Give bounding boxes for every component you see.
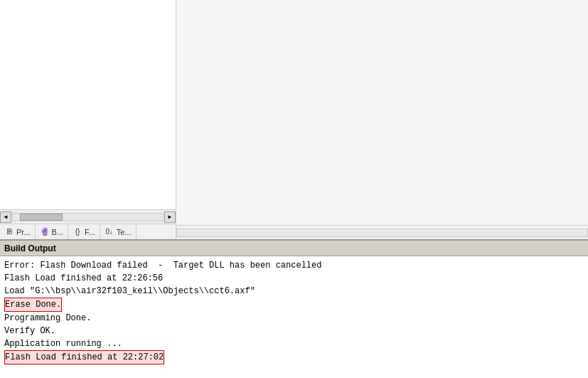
- output-line: Programming Done.: [4, 312, 584, 325]
- tab-bar: 🖹 Pr... 🔮 B... {} F... 0↓ Te...: [0, 224, 176, 239]
- output-line: Application running ...: [4, 337, 584, 350]
- tab-templates[interactable]: 0↓ Te...: [100, 224, 137, 239]
- left-panel: ◀ ▶ 🖹 Pr... 🔮 B... {} F...: [0, 0, 176, 239]
- tab-projects[interactable]: 🖹 Pr...: [0, 224, 36, 239]
- tab-functions-label: F...: [85, 228, 95, 236]
- output-line: Load "G:\\bsp\\air32f103_keil\\Objects\\…: [4, 285, 584, 298]
- right-panel: [176, 0, 588, 239]
- projects-icon: 🖹: [4, 227, 14, 237]
- tab-templates-label: Te...: [117, 228, 132, 236]
- right-scrollbar: [176, 225, 588, 239]
- output-line: Verify OK.: [4, 325, 584, 337]
- scroll-thumb: [20, 214, 63, 221]
- tab-functions[interactable]: {} F...: [68, 224, 100, 239]
- main-container: ◀ ▶ 🖹 Pr... 🔮 B... {} F...: [0, 0, 588, 378]
- output-line: Flash Load finished at 22:26:56: [4, 272, 584, 285]
- output-line: Flash Load finished at 22:27:02: [4, 350, 164, 364]
- build-output-container: Build Output Error: Flash Download faile…: [0, 239, 588, 378]
- templates-icon: 0↓: [105, 227, 114, 237]
- editor-area: ◀ ▶ 🖹 Pr... 🔮 B... {} F...: [0, 0, 588, 239]
- tab-books-label: B...: [52, 228, 64, 236]
- scroll-left-button[interactable]: ◀: [0, 211, 11, 223]
- output-line: Erase Done.: [4, 298, 62, 312]
- build-output-header: Build Output: [0, 241, 588, 256]
- left-scrollbar: ◀ ▶: [0, 209, 176, 224]
- functions-icon: {}: [73, 227, 82, 237]
- tab-books[interactable]: 🔮 B...: [36, 224, 69, 239]
- left-panel-content: [0, 0, 176, 209]
- build-output-content: Error: Flash Download failed - Target DL…: [0, 256, 588, 378]
- right-scroll-track[interactable]: [176, 229, 588, 237]
- build-output-title: Build Output: [4, 243, 56, 253]
- tab-projects-label: Pr...: [16, 228, 31, 236]
- output-line: Error: Flash Download failed - Target DL…: [4, 259, 584, 272]
- right-panel-content: [176, 0, 588, 225]
- scroll-track[interactable]: [12, 213, 164, 221]
- scroll-right-button[interactable]: ▶: [164, 211, 176, 223]
- books-icon: 🔮: [40, 227, 50, 237]
